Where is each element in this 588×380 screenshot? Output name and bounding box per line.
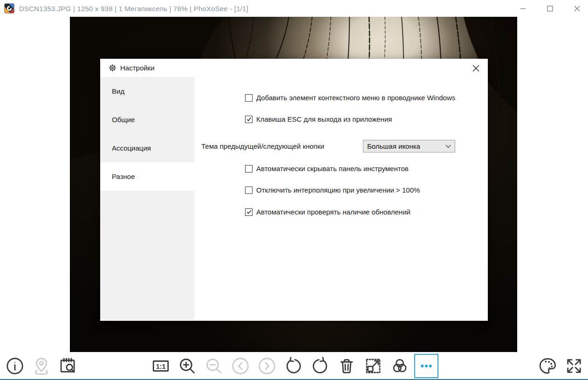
toolbar-group-right bbox=[535, 354, 586, 378]
close-button[interactable] bbox=[571, 3, 582, 14]
zoom-out-icon bbox=[202, 354, 226, 378]
option-label: Автоматически проверять наличие обновлен… bbox=[256, 208, 410, 216]
option-label: Автоматически скрывать панель инструмент… bbox=[256, 165, 409, 173]
app-logo-icon bbox=[4, 3, 14, 14]
option-autohide-toolbar: Автоматически скрывать панель инструмент… bbox=[245, 165, 409, 173]
option-context-menu: Добавить элемент контекстного меню в про… bbox=[245, 94, 455, 102]
checkbox-check-updates[interactable] bbox=[245, 208, 253, 216]
sidebar-filler bbox=[100, 191, 194, 320]
checkbox-disable-interpolation[interactable] bbox=[245, 187, 253, 194]
option-label: Добавить элемент контекстного меню в про… bbox=[256, 94, 455, 102]
actual-size-icon[interactable]: 1:1 bbox=[149, 354, 173, 378]
palette-icon[interactable] bbox=[535, 354, 560, 378]
viewer-area: Настройки Вид Общие Ассоциация bbox=[0, 17, 588, 352]
tab-label: Разное bbox=[112, 173, 135, 180]
option-esc-exit: Клавиша ESC для выхода из приложения bbox=[245, 115, 392, 123]
gear-icon bbox=[108, 63, 117, 72]
tab-view[interactable]: Вид bbox=[100, 77, 194, 105]
checkbox-context-menu[interactable] bbox=[245, 94, 253, 102]
option-disable-interpolation: Отключить интерполяцию при увеличении > … bbox=[245, 186, 420, 194]
rotate-left-icon[interactable] bbox=[281, 354, 306, 378]
resize-icon[interactable] bbox=[361, 354, 385, 378]
previous-icon bbox=[228, 354, 253, 378]
fullscreen-icon[interactable] bbox=[562, 354, 586, 378]
next-icon bbox=[255, 354, 279, 378]
info-icon[interactable] bbox=[3, 354, 27, 378]
maximize-button[interactable] bbox=[544, 3, 555, 14]
svg-text:1:1: 1:1 bbox=[156, 363, 166, 370]
option-label: Клавиша ESC для выхода из приложения bbox=[256, 115, 392, 123]
rotate-right-icon[interactable] bbox=[308, 354, 332, 378]
option-label: Тема предыдущей/следующей кнопки bbox=[201, 142, 324, 150]
option-nav-button-theme: Тема предыдущей/следующей кнопки Большая… bbox=[201, 140, 455, 152]
zoom-in-icon[interactable] bbox=[175, 354, 199, 378]
delete-icon[interactable] bbox=[335, 354, 359, 378]
toolbar-group-left bbox=[3, 354, 80, 378]
dialog-title: Настройки bbox=[120, 64, 155, 72]
minimize-button[interactable] bbox=[517, 3, 528, 14]
chevron-down-icon bbox=[445, 145, 451, 148]
color-adjust-icon[interactable] bbox=[388, 354, 412, 378]
toolbar-group-center: 1:1 bbox=[149, 354, 438, 378]
bottom-toolbar: 1:1 bbox=[0, 352, 588, 380]
more-icon[interactable] bbox=[414, 354, 438, 378]
exif-search-icon[interactable] bbox=[56, 354, 80, 378]
titlebar: DSCN1353.JPG | 1250 x 938 | 1 Мегапиксел… bbox=[0, 0, 588, 17]
settings-dialog-header: Настройки bbox=[100, 59, 488, 76]
tab-association[interactable]: Ассоциация bbox=[100, 134, 194, 162]
dialog-close-icon[interactable] bbox=[471, 63, 481, 73]
app-window: DSCN1353.JPG | 1250 x 938 | 1 Мегапиксел… bbox=[0, 0, 588, 380]
select-value: Большая иконка bbox=[367, 142, 420, 150]
tab-misc[interactable]: Разное bbox=[100, 162, 194, 191]
window-title: DSCN1353.JPG | 1250 x 938 | 1 Мегапиксел… bbox=[19, 5, 248, 13]
window-controls bbox=[517, 0, 582, 17]
checkbox-autohide-toolbar[interactable] bbox=[245, 165, 253, 173]
tab-label: Общие bbox=[112, 116, 135, 124]
settings-dialog: Настройки Вид Общие Ассоциация bbox=[100, 59, 488, 321]
tab-label: Вид bbox=[112, 87, 124, 95]
tab-general[interactable]: Общие bbox=[100, 105, 194, 134]
nav-theme-select[interactable]: Большая иконка bbox=[363, 140, 455, 152]
tab-label: Ассоциация bbox=[112, 144, 151, 152]
geolocation-icon bbox=[29, 354, 54, 378]
option-check-updates: Автоматически проверять наличие обновлен… bbox=[245, 208, 410, 216]
settings-sidebar: Вид Общие Ассоциация Разное bbox=[100, 77, 194, 320]
checkbox-esc-exit[interactable] bbox=[245, 116, 253, 123]
settings-pane: Добавить элемент контекстного меню в про… bbox=[194, 76, 488, 321]
option-label: Отключить интерполяцию при увеличении > … bbox=[256, 186, 420, 194]
